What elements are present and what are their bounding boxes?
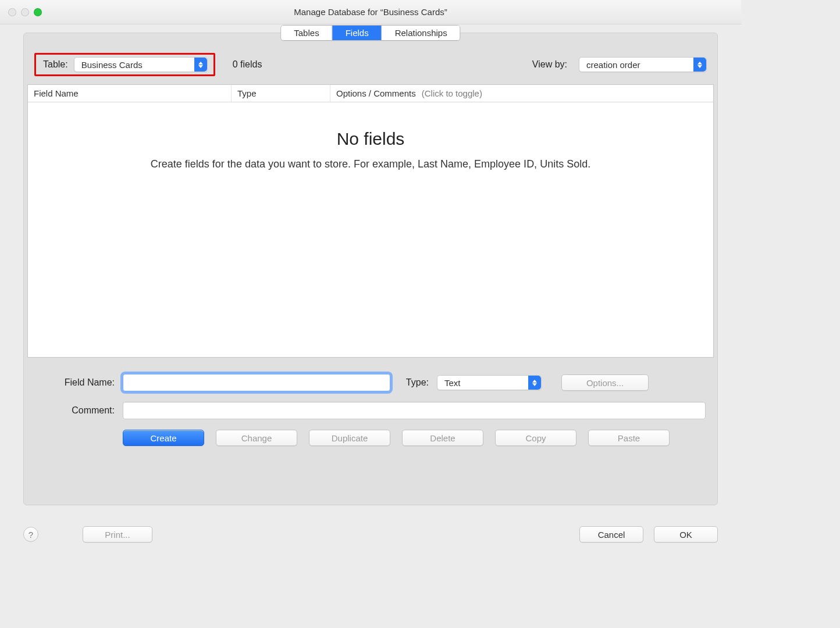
empty-state-title: No fields: [28, 129, 713, 149]
fieldname-input[interactable]: [123, 374, 390, 391]
annotation-highlight: Table: Business Cards: [34, 53, 215, 76]
tab-segmented-control: Tables Fields Relationships: [280, 25, 460, 41]
type-select-value: Text: [444, 378, 461, 388]
dialog-footer: ? Print... Cancel OK: [23, 526, 718, 543]
change-button[interactable]: Change: [216, 430, 297, 446]
field-action-buttons: Create Change Duplicate Delete Copy Past…: [123, 430, 670, 446]
help-icon: ?: [29, 530, 33, 540]
empty-state-subtitle: Create fields for the data you want to s…: [28, 158, 713, 170]
comment-input[interactable]: [123, 402, 706, 419]
col-header-fieldname[interactable]: Field Name: [28, 85, 232, 102]
col-header-options-text: Options / Comments: [336, 88, 416, 98]
tab-fields[interactable]: Fields: [333, 26, 382, 40]
duplicate-button[interactable]: Duplicate: [309, 430, 390, 446]
table-selector-row: Table: Business Cards 0 fields View by: …: [24, 47, 717, 84]
field-form: Field Name: Type: Text Options... Commen…: [24, 358, 717, 446]
ok-button[interactable]: OK: [654, 526, 718, 543]
tab-tables[interactable]: Tables: [281, 26, 332, 40]
chevron-updown-icon: [528, 376, 541, 390]
window-minimize-button[interactable]: [21, 8, 29, 16]
table-select[interactable]: Business Cards: [74, 57, 208, 72]
titlebar: Manage Database for “Business Cards”: [0, 0, 741, 24]
table-label: Table:: [43, 59, 68, 70]
col-header-options[interactable]: Options / Comments (Click to toggle): [330, 85, 713, 102]
window-close-button[interactable]: [8, 8, 16, 16]
create-button[interactable]: Create: [123, 430, 204, 446]
col-header-options-hint: (Click to toggle): [422, 88, 482, 98]
field-count-label: 0 fields: [233, 59, 262, 70]
grid-header-row: Field Name Type Options / Comments (Clic…: [28, 85, 713, 102]
tab-relationships[interactable]: Relationships: [382, 26, 460, 40]
options-button[interactable]: Options...: [561, 374, 649, 391]
fields-grid: Field Name Type Options / Comments (Clic…: [27, 84, 714, 358]
type-select[interactable]: Text: [437, 375, 542, 390]
delete-button[interactable]: Delete: [402, 430, 483, 446]
fieldname-label: Field Name:: [35, 377, 123, 388]
viewby-select[interactable]: creation order: [579, 57, 707, 72]
window-zoom-button[interactable]: [34, 8, 42, 16]
print-button[interactable]: Print...: [83, 526, 152, 543]
table-select-value: Business Cards: [81, 60, 143, 70]
comment-label: Comment:: [35, 405, 123, 416]
traffic-lights: [8, 8, 42, 16]
manage-database-window: Manage Database for “Business Cards” Tab…: [0, 0, 741, 554]
window-title: Manage Database for “Business Cards”: [294, 7, 447, 17]
type-label: Type:: [390, 377, 437, 388]
viewby-select-value: creation order: [586, 60, 640, 70]
chevron-updown-icon: [194, 58, 207, 72]
help-button[interactable]: ?: [23, 527, 38, 542]
chevron-updown-icon: [693, 58, 706, 72]
col-header-type[interactable]: Type: [232, 85, 330, 102]
empty-state: No fields Create fields for the data you…: [28, 129, 713, 170]
content-panel: Tables Fields Relationships Table: Busin…: [23, 33, 718, 505]
cancel-button[interactable]: Cancel: [579, 526, 643, 543]
paste-button[interactable]: Paste: [588, 430, 670, 446]
viewby-label: View by:: [532, 59, 567, 70]
copy-button[interactable]: Copy: [495, 430, 576, 446]
